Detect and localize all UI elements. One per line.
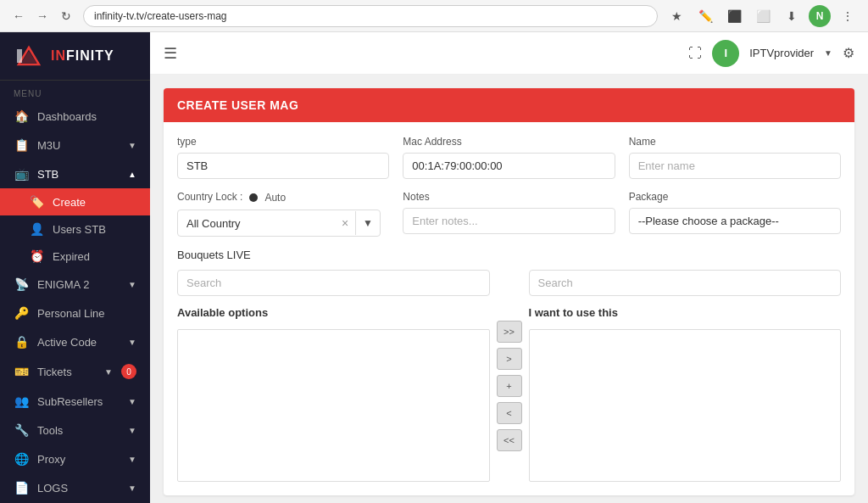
wallet-button[interactable]: ⬛ [722, 4, 746, 28]
country-select-value: All Country [178, 211, 335, 236]
sidebar-label-dashboards: Dashboards [37, 110, 136, 123]
mac-address-group: Mac Address [403, 136, 615, 179]
bouquets-label: Bouquets LIVE [177, 249, 841, 261]
fullscreen-button[interactable]: ⛶ [688, 46, 702, 61]
bouquets-search-right[interactable] [529, 270, 842, 296]
sidebar-label-users-stb: Users STB [53, 223, 136, 236]
browser-profile-avatar[interactable]: N [809, 5, 831, 27]
sidebar: INFINITY MENU 🏠 Dashboards 📋 M3U ▼ 📺 STB… [0, 32, 150, 503]
country-select-arrow-icon[interactable]: ▼ [355, 211, 380, 235]
user-dropdown-chevron[interactable]: ▼ [824, 48, 832, 58]
transfer-all-right-button[interactable]: >> [497, 321, 522, 343]
sidebar-item-tickets[interactable]: 🎫 Tickets ▼ 0 [0, 356, 150, 387]
bouquets-right-column: I want to use this [529, 270, 842, 482]
active-code-icon: 🔒 [14, 335, 29, 349]
package-select[interactable]: --Please choose a package-- [629, 208, 841, 234]
available-options-list [177, 329, 490, 482]
subresellers-icon: 👥 [14, 394, 29, 408]
add-button[interactable]: + [497, 375, 522, 397]
form-row-1: type Mac Address Name [177, 136, 841, 179]
screenshot-button[interactable]: ⬜ [751, 4, 775, 28]
sidebar-label-logs: LOGS [37, 482, 120, 495]
hamburger-button[interactable]: ☰ [164, 44, 177, 63]
sidebar-item-stb[interactable]: 📺 STB ▲ [0, 159, 150, 188]
browser-chrome: ← → ↻ ★ ✏️ ⬛ ⬜ ⬇ N ⋮ [0, 0, 868, 32]
country-lock-row: Country Lock : Auto [177, 191, 389, 204]
extensions-button[interactable]: ✏️ [693, 4, 717, 28]
chevron-down-icon-subresellers: ▼ [128, 397, 136, 406]
notes-input[interactable] [403, 208, 615, 234]
url-input[interactable] [94, 10, 647, 22]
user-name: IPTVprovider [749, 47, 814, 59]
notes-label: Notes [403, 191, 615, 203]
sidebar-item-active-code[interactable]: 🔒 Active Code ▼ [0, 327, 150, 356]
chevron-down-icon-tools: ▼ [128, 426, 136, 435]
mac-address-input[interactable] [403, 153, 615, 179]
name-label: Name [629, 136, 841, 148]
sidebar-item-proxy[interactable]: 🌐 Proxy ▼ [0, 444, 150, 473]
auto-label: Auto [264, 192, 286, 204]
country-select-wrapper[interactable]: All Country × ▼ [177, 210, 381, 237]
package-group: Package --Please choose a package-- [629, 191, 841, 234]
transfer-all-left-button[interactable]: << [497, 429, 522, 451]
sidebar-menu-label: MENU [0, 81, 150, 102]
forward-button[interactable]: → [32, 6, 53, 26]
sidebar-item-create[interactable]: 🏷️ Create [0, 188, 150, 215]
tickets-badge: 0 [121, 364, 136, 379]
chevron-down-icon: ▼ [128, 141, 136, 150]
sidebar-label-create: Create [53, 196, 136, 209]
bouquets-columns: Available options >> > + < << [177, 270, 841, 482]
i-want-label: I want to use this [529, 301, 842, 324]
browser-actions: ★ ✏️ ⬛ ⬜ ⬇ N ⋮ [665, 4, 860, 28]
sidebar-label-active-code: Active Code [37, 336, 120, 349]
sidebar-item-logs[interactable]: 📄 LOGS ▼ [0, 473, 150, 502]
address-bar[interactable] [83, 5, 658, 27]
bouquets-search-left[interactable] [177, 270, 490, 296]
user-avatar: I [712, 40, 739, 67]
type-group: type [177, 136, 389, 179]
chevron-down-icon-active-code: ▼ [128, 338, 136, 347]
transfer-left-button[interactable]: < [497, 402, 522, 424]
type-input[interactable] [177, 153, 389, 179]
expired-icon: ⏰ [29, 249, 44, 263]
m3u-icon: 📋 [14, 138, 29, 152]
sidebar-item-tools[interactable]: 🔧 Tools ▼ [0, 416, 150, 444]
sidebar-label-tools: Tools [37, 424, 120, 437]
chevron-down-icon-tickets: ▼ [104, 367, 113, 377]
logo-suffix: FINITY [66, 48, 114, 63]
back-button[interactable]: ← [8, 6, 29, 26]
sidebar-label-m3u: M3U [37, 139, 120, 152]
chevron-down-icon-proxy: ▼ [128, 455, 136, 464]
download-button[interactable]: ⬇ [780, 4, 804, 28]
page-content: CREATE USER MAG type Mac Address [150, 75, 868, 503]
sidebar-item-expired[interactable]: ⏰ Expired [0, 243, 150, 270]
transfer-buttons: >> > + < << [490, 270, 529, 451]
sidebar-item-personal-line[interactable]: 🔑 Personal Line [0, 299, 150, 327]
enigma2-icon: 📡 [14, 277, 29, 291]
top-bar: ☰ ⛶ I IPTVprovider ▼ ⚙ [150, 32, 868, 75]
main-content: ☰ ⛶ I IPTVprovider ▼ ⚙ CREATE USER MAG t… [150, 32, 868, 503]
mac-address-label: Mac Address [403, 136, 615, 148]
sidebar-item-users-stb[interactable]: 👤 Users STB [0, 215, 150, 243]
home-icon: 🏠 [14, 109, 29, 123]
available-options-label: Available options [177, 301, 490, 324]
bookmark-button[interactable]: ★ [665, 4, 688, 28]
logo-text: INFINITY [51, 48, 114, 64]
sidebar-label-tickets: Tickets [37, 366, 96, 378]
menu-button[interactable]: ⋮ [836, 4, 860, 28]
settings-button[interactable]: ⚙ [843, 45, 854, 61]
sidebar-item-dashboards[interactable]: 🏠 Dashboards [0, 102, 150, 131]
sidebar-label-proxy: Proxy [37, 453, 120, 466]
type-label: type [177, 136, 389, 148]
country-select-clear-button[interactable]: × [335, 210, 355, 236]
bouquets-left-column: Available options [177, 270, 490, 482]
name-input[interactable] [629, 153, 841, 179]
sidebar-item-enigma2[interactable]: 📡 ENIGMA 2 ▼ [0, 270, 150, 299]
sidebar-item-m3u[interactable]: 📋 M3U ▼ [0, 131, 150, 159]
sidebar-item-subresellers[interactable]: 👥 SubResellers ▼ [0, 387, 150, 416]
sidebar-label-enigma2: ENIGMA 2 [37, 278, 120, 291]
top-bar-right: ⛶ I IPTVprovider ▼ ⚙ [688, 40, 854, 67]
name-group: Name [629, 136, 841, 179]
transfer-right-button[interactable]: > [497, 348, 522, 370]
reload-button[interactable]: ↻ [56, 6, 76, 26]
